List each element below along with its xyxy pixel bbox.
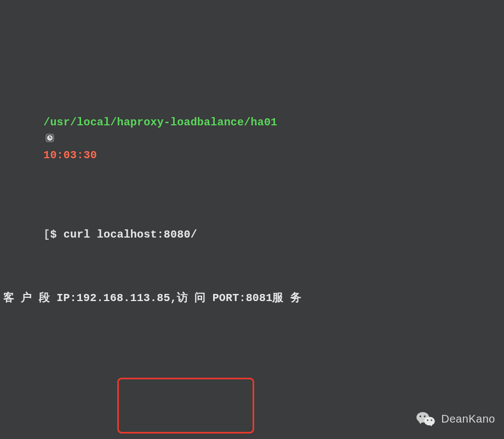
prompt-dollar: $	[50, 228, 63, 241]
output-line: 客 户 段 IP:192.168.113.85,访 问 PORT:8081服 务	[3, 290, 501, 306]
terminal-output: /usr/local/haproxy-loadbalance/ha01 10:0…	[0, 0, 504, 439]
timestamp: 10:03:30	[43, 149, 97, 161]
svg-point-29	[431, 419, 433, 421]
command-text[interactable]: curl localhost:8080/	[64, 228, 197, 241]
cmd-block: /usr/local/haproxy-loadbalance/ha01 10:0…	[3, 67, 501, 338]
watermark-text: DeanKano	[441, 413, 495, 425]
svg-point-28	[427, 419, 429, 421]
svg-point-27	[425, 417, 435, 425]
cwd-path: /usr/local/haproxy-loadbalance/ha01	[43, 116, 277, 129]
wechat-icon	[416, 411, 436, 427]
prompt-bracket: [	[43, 228, 50, 241]
svg-point-26	[424, 415, 426, 417]
clock-icon	[45, 131, 54, 147]
watermark: DeanKano	[416, 411, 495, 427]
svg-point-25	[420, 415, 421, 417]
